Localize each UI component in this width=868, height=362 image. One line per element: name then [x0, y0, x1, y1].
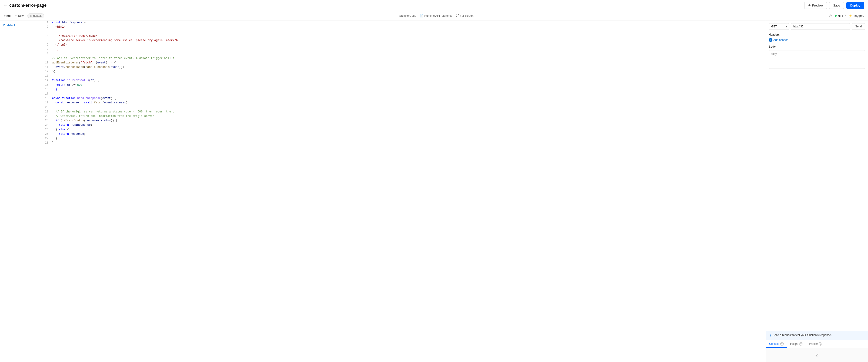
runtime-api-link[interactable]: 📄 Runtime API reference: [420, 14, 453, 18]
preview-button[interactable]: 👁 Preview: [804, 2, 827, 9]
console-tabs: Console ? Insight ? Profiler ?: [766, 340, 868, 348]
sample-code-link[interactable]: Sample Code: [399, 14, 416, 18]
info-icon: ℹ: [770, 333, 771, 337]
right-panel: GET POST PUT DELETE Send Headers + Add h…: [766, 21, 868, 362]
plus-icon: ＋: [14, 14, 17, 18]
sidebar-item-default[interactable]: 🗋 default: [0, 22, 42, 28]
code-line-7: 7 `;: [42, 47, 766, 52]
trigger-icon: ⚡: [848, 14, 852, 18]
code-line-18: 18 async function handleResponse(event) …: [42, 96, 766, 101]
request-row: GET POST PUT DELETE Send: [769, 23, 865, 30]
top-bar-right: 👁 Preview Save Deploy: [804, 2, 864, 9]
back-arrow-icon[interactable]: ←: [4, 3, 7, 8]
code-area[interactable]: 1 const htmlResponse = ` 2 <html> 3 4 <h…: [42, 21, 766, 145]
timer-icon: ⏱: [829, 14, 832, 18]
code-line-8: 8: [42, 52, 766, 56]
second-bar-center: Sample Code 📄 Runtime API reference ⛶ Fu…: [399, 14, 473, 18]
second-bar-right: ⏱ HTTP ⚡ Triggers: [829, 14, 864, 18]
code-line-11: 11 event.respondWith(handleResponse(even…: [42, 65, 766, 69]
tab-console[interactable]: Console ?: [766, 340, 787, 348]
code-line-25: 25 } else {: [42, 128, 766, 132]
code-line-14: 14 function isErrorStatus(st) {: [42, 78, 766, 83]
code-line-10: 10 addEventListener('fetch', (event) => …: [42, 61, 766, 65]
headers-section-title: Headers: [769, 33, 865, 36]
new-file-button[interactable]: ＋ New: [12, 13, 26, 19]
code-line-21: 21 // If the origin server returns a sta…: [42, 110, 766, 114]
info-panel: ℹ Send a request to test your function's…: [766, 331, 868, 340]
code-line-12: 12 });: [42, 69, 766, 74]
code-line-2: 2 <html>: [42, 25, 766, 29]
code-line-27: 27 }: [42, 136, 766, 141]
second-bar: Files ＋ New ◎ default Sample Code 📄 Runt…: [0, 11, 868, 21]
code-line-16: 16 }: [42, 87, 766, 92]
code-line-13: 13: [42, 74, 766, 78]
send-button[interactable]: Send: [852, 23, 865, 30]
top-bar-left: ← custom-error-page: [4, 3, 46, 8]
default-badge: ◎ default: [27, 13, 44, 18]
circle-icon: ◎: [30, 14, 32, 18]
second-bar-left: Files ＋ New ◎ default: [4, 13, 44, 19]
http-badge: HTTP: [835, 14, 846, 18]
main-layout: 🗋 default 1 const htmlResponse = ` 2 <ht…: [0, 21, 868, 362]
code-line-26: 26 return response;: [42, 132, 766, 136]
save-button[interactable]: Save: [829, 2, 844, 9]
code-line-28: 28 }: [42, 141, 766, 145]
plus-circle-icon: +: [769, 38, 772, 42]
status-dot: [835, 15, 837, 17]
body-section-title: Body: [769, 45, 865, 48]
sidebar-item-label: default: [7, 24, 16, 27]
eye-icon: 👁: [808, 4, 811, 7]
fullscreen-link[interactable]: ⛶ Full screen: [456, 14, 473, 18]
code-line-4: 4 <head>Error Page</head>: [42, 34, 766, 38]
sidebar: 🗋 default: [0, 21, 42, 362]
top-bar: ← custom-error-page 👁 Preview Save Deplo…: [0, 0, 868, 11]
no-result-icon: ⊘: [815, 353, 819, 358]
code-line-6: 6 </html>: [42, 43, 766, 47]
body-textarea[interactable]: [769, 50, 865, 69]
files-label: Files: [4, 14, 11, 18]
console-area: Console ? Insight ? Profiler ? ⊘: [766, 340, 868, 362]
add-header-button[interactable]: + Add header: [769, 38, 865, 42]
method-select-wrap[interactable]: GET POST PUT DELETE: [769, 23, 789, 30]
console-help-icon[interactable]: ?: [780, 342, 783, 345]
code-line-23: 23 if (isErrorStatus(response.status)) {: [42, 119, 766, 123]
code-line-20: 20: [42, 105, 766, 110]
code-line-15: 15 return st >= 500;: [42, 83, 766, 87]
code-line-19: 19 const response = await fetch(event.re…: [42, 101, 766, 105]
editor-content[interactable]: 1 const htmlResponse = ` 2 <html> 3 4 <h…: [42, 21, 766, 362]
url-input[interactable]: [791, 23, 850, 30]
code-line-24: 24 return htmlResponse;: [42, 123, 766, 127]
code-line-1: 1 const htmlResponse = `: [42, 21, 766, 25]
code-line-17: 17: [42, 92, 766, 96]
book-icon: 📄: [420, 14, 423, 18]
code-editor: 1 const htmlResponse = ` 2 <html> 3 4 <h…: [42, 21, 766, 362]
deploy-button[interactable]: Deploy: [846, 2, 864, 9]
code-line-5: 5 <body>The server is experiencing some …: [42, 38, 766, 43]
code-line-22: 22 // Otherwise, return the information …: [42, 114, 766, 119]
tab-insight[interactable]: Insight ?: [787, 340, 806, 348]
page-title: custom-error-page: [9, 3, 46, 8]
http-request-panel: GET POST PUT DELETE Send Headers + Add h…: [766, 21, 868, 331]
profiler-help-icon[interactable]: ?: [819, 342, 822, 345]
console-content: ⊘: [766, 348, 868, 362]
insight-help-icon[interactable]: ?: [799, 342, 802, 345]
method-select[interactable]: GET POST PUT DELETE: [769, 23, 789, 30]
file-icon: 🗋: [3, 24, 6, 27]
triggers-button[interactable]: ⚡ Triggers: [848, 14, 864, 18]
code-line-9: 9 // Add an EventListener to listen to f…: [42, 56, 766, 61]
code-line-3: 3: [42, 29, 766, 34]
tab-profiler[interactable]: Profiler ?: [806, 340, 825, 348]
fullscreen-icon: ⛶: [456, 14, 459, 18]
info-text: Send a request to test your function's r…: [773, 333, 832, 337]
